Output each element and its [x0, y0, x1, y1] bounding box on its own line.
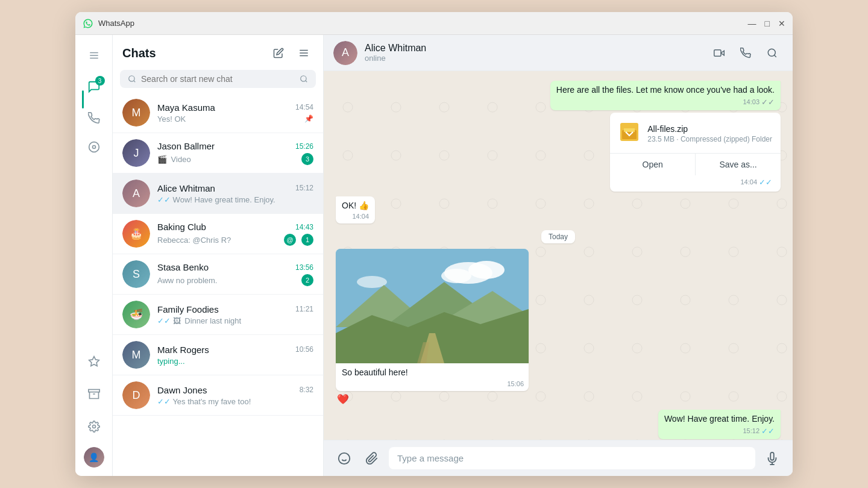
search-btn[interactable] — [761, 42, 783, 64]
message-time: 14:04 — [352, 213, 369, 220]
chat-preview: Aww no problem. — [157, 276, 298, 285]
avatar-maya: M — [122, 99, 150, 127]
chat-header-actions — [708, 42, 783, 64]
chat-info-family: Family Foodies 11:21 ✓✓ 🖼 Dinner last ni… — [157, 304, 313, 325]
message-reaction: ❤️ — [337, 393, 529, 405]
message-input[interactable] — [389, 447, 755, 469]
nav-archived[interactable] — [82, 382, 106, 406]
new-chat-btn[interactable] — [269, 43, 288, 63]
user-avatar[interactable]: 👤 — [84, 447, 104, 468]
close-btn[interactable]: ✕ — [778, 19, 785, 28]
file-meta: 14:04 ✓✓ — [610, 175, 781, 192]
svg-point-25 — [441, 269, 471, 283]
file-details: All-files.zip 23.5 MB · Compressed (zipp… — [647, 124, 772, 143]
chat-preview: 🎬 Video — [157, 155, 298, 164]
chat-info-maya: Maya Kasuma 14:54 Yes! OK 📌 — [157, 102, 313, 124]
search-bar[interactable] — [120, 70, 316, 88]
message-bubble: Wow! Have great time. Enjoy. 15:12 ✓✓ — [658, 410, 781, 439]
minimize-btn[interactable]: — — [748, 19, 756, 28]
maximize-btn[interactable]: □ — [765, 19, 770, 28]
day-divider: Today — [336, 231, 781, 242]
avatar-mark: M — [122, 341, 150, 369]
file-time: 14:04 — [740, 178, 757, 186]
message-row-sent-final: Wow! Have great time. Enjoy. 15:12 ✓✓ — [336, 410, 781, 439]
svg-point-24 — [468, 261, 505, 279]
chat-name: Alice Whitman — [157, 183, 215, 193]
image-time: 15:06 — [507, 380, 524, 387]
contact-avatar[interactable]: A — [333, 41, 357, 65]
message-bubble: OK! 👍 14:04 — [336, 196, 375, 224]
file-name: All-files.zip — [647, 124, 772, 134]
nav-settings[interactable] — [82, 414, 106, 439]
chat-item-stasa[interactable]: S Stasa Benko 13:56 Aww no problem. 2 — [113, 254, 323, 295]
chat-main: A Alice Whitman online — [324, 35, 793, 476]
unread-badge: 3 — [301, 153, 313, 165]
chat-item-jason[interactable]: J Jason Ballmer 15:26 🎬 Video 3 — [113, 133, 323, 174]
message-ticks: ✓✓ — [761, 427, 775, 436]
image-content — [336, 249, 529, 363]
file-info: All-files.zip 23.5 MB · Compressed (zipp… — [610, 113, 781, 153]
contact-name: Alice Whitman — [365, 43, 708, 54]
file-size: 23.5 MB · Compressed (zipped) Folder — [647, 135, 772, 143]
contact-info: Alice Whitman online — [365, 43, 708, 63]
open-file-btn[interactable]: Open — [610, 154, 696, 175]
voice-btn[interactable] — [761, 448, 783, 469]
message-row-received: OK! 👍 14:04 — [336, 196, 781, 224]
chat-list-header: Chats — [113, 35, 323, 67]
avatar-dawn: D — [122, 381, 150, 409]
chat-preview: typing... — [157, 357, 313, 366]
chat-info-stasa: Stasa Benko 13:56 Aww no problem. 2 — [157, 262, 313, 286]
nav-chats[interactable]: 3 — [82, 75, 106, 99]
nav-calls[interactable] — [82, 106, 106, 130]
chat-item-baking[interactable]: 🎂 Baking Club 14:43 Rebecca: @Chris R? @… — [113, 214, 323, 254]
mention-badge: @ — [284, 234, 296, 246]
message-row-image: So beautiful here! 15:06 ❤️ — [336, 249, 781, 405]
whatsapp-logo — [83, 18, 93, 29]
message-text: Here are all the files. Let me know once… — [556, 84, 775, 96]
svg-line-15 — [306, 81, 307, 83]
avatar-alice: A — [122, 180, 150, 207]
chats-badge: 3 — [95, 76, 105, 86]
svg-point-26 — [357, 276, 387, 288]
chat-info-dawn: Dawn Jones 8:32 ✓✓ Yes that's my fave to… — [157, 385, 313, 406]
file-ticks: ✓✓ — [759, 178, 772, 187]
nav-menu[interactable] — [82, 43, 106, 67]
attach-btn[interactable] — [361, 448, 383, 469]
avatar-family: 🍜 — [122, 301, 150, 328]
chat-list-panel: Chats M — [113, 35, 324, 476]
chat-name: Mark Rogers — [157, 345, 209, 355]
message-row: Here are all the files. Let me know once… — [336, 81, 781, 110]
save-file-btn[interactable]: Save as... — [696, 154, 781, 175]
chat-item-dawn[interactable]: D Dawn Jones 8:32 ✓✓ Yes that's my fave … — [113, 375, 323, 416]
app-window: WhatsApp — □ ✕ 3 — [75, 12, 793, 476]
svg-point-18 — [768, 49, 775, 56]
video-call-btn[interactable] — [708, 42, 730, 64]
svg-point-4 — [92, 146, 95, 149]
chat-item-mark[interactable]: M Mark Rogers 10:56 typing... — [113, 335, 323, 375]
message-row-file: All-files.zip 23.5 MB · Compressed (zipp… — [336, 113, 781, 192]
messages-area[interactable]: Here are all the files. Let me know once… — [324, 71, 793, 440]
title-bar: WhatsApp — □ ✕ — [75, 12, 793, 35]
avatar-stasa: S — [122, 260, 150, 288]
voice-call-btn[interactable] — [735, 42, 756, 64]
message-ticks: ✓✓ — [761, 98, 775, 107]
chat-time: 14:43 — [295, 223, 313, 231]
chat-info-mark: Mark Rogers 10:56 typing... — [157, 345, 313, 366]
chat-item-maya[interactable]: M Maya Kasuma 14:54 Yes! OK 📌 — [113, 93, 323, 133]
emoji-btn[interactable] — [333, 448, 355, 469]
chat-item-alice[interactable]: A Alice Whitman 15:12 ✓✓ Wow! Have great… — [113, 174, 323, 214]
chat-time: 10:56 — [295, 345, 313, 354]
filter-btn[interactable] — [294, 43, 313, 63]
nav-starred[interactable] — [82, 349, 106, 374]
avatar-baking: 🎂 — [122, 220, 150, 248]
search-input[interactable] — [141, 74, 297, 84]
nav-status[interactable] — [82, 135, 106, 159]
chat-info-jason: Jason Ballmer 15:26 🎬 Video 3 — [157, 141, 313, 165]
svg-point-33 — [339, 452, 350, 463]
chat-name: Stasa Benko — [157, 262, 209, 272]
chat-info-alice: Alice Whitman 15:12 ✓✓ Wow! Have great t… — [157, 183, 313, 204]
chat-item-family[interactable]: 🍜 Family Foodies 11:21 ✓✓ 🖼 Dinner last … — [113, 295, 323, 335]
chat-time: 15:12 — [295, 184, 313, 192]
chat-preview: Yes! OK — [157, 114, 302, 124]
chat-time: 14:54 — [295, 103, 313, 111]
